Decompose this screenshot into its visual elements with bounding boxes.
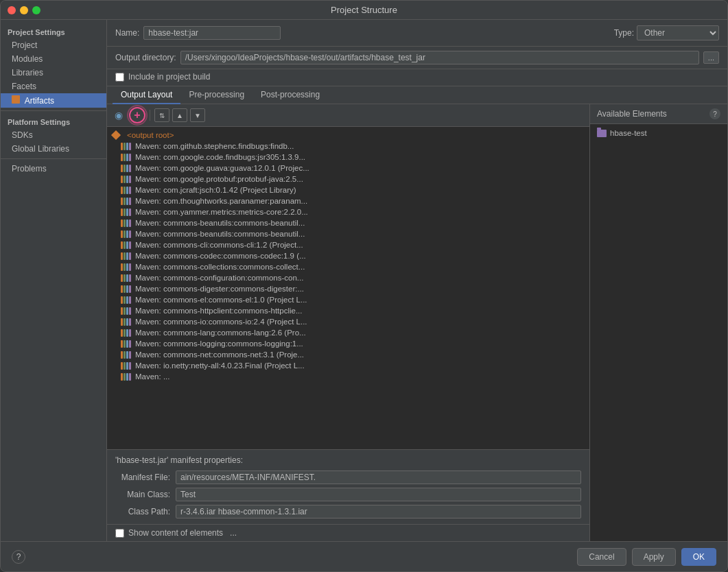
sidebar-item-facets-label: Facets: [12, 82, 36, 91]
tree-item-maven-11[interactable]: Maven: commons-collections:commons-colle…: [107, 261, 589, 272]
manifest-file-input[interactable]: [176, 470, 581, 484]
available-elements-title: Available Elements: [597, 109, 667, 119]
sidebar-item-facets[interactable]: Facets: [1, 80, 106, 93]
tab-post-processing-label: Post-processing: [261, 90, 320, 99]
show-content-label: Show content of elements: [128, 528, 223, 538]
main-class-row: Main Class:: [115, 488, 581, 501]
tree-item-maven-18[interactable]: Maven: commons-logging:commons-logging:1…: [107, 338, 589, 349]
browse-button[interactable]: ...: [703, 51, 719, 64]
tree-item-maven-10[interactable]: Maven: commons-codec:commons-codec:1.9 (…: [107, 250, 589, 261]
tree-item-output-root[interactable]: <output root>: [107, 130, 589, 141]
tree-item-maven-6[interactable]: Maven: com.yammer.metrics:metrics-core:2…: [107, 206, 589, 217]
include-checkbox[interactable]: [115, 73, 124, 82]
sidebar-item-modules[interactable]: Modules: [1, 52, 106, 66]
class-path-label: Class Path:: [115, 507, 170, 516]
type-label: Type:: [614, 28, 634, 38]
main-class-label: Main Class:: [115, 490, 170, 499]
sidebar-item-project[interactable]: Project: [1, 38, 106, 52]
sidebar-item-global-libraries[interactable]: Global Libraries: [1, 142, 106, 156]
tree-item-maven-13[interactable]: Maven: commons-digester:commons-digester…: [107, 283, 589, 294]
main-class-input[interactable]: [176, 488, 581, 501]
sort-button[interactable]: ⇅: [154, 108, 169, 122]
help-button[interactable]: ?: [12, 550, 25, 564]
tree-item-maven-0[interactable]: Maven: com.github.stephenc.findbugs:find…: [107, 141, 589, 152]
tree-item-maven-7[interactable]: Maven: commons-beanutils:commons-beanuti…: [107, 217, 589, 228]
tree-item-maven-8[interactable]: Maven: commons-beanutils:commons-beanuti…: [107, 228, 589, 239]
manifest-file-row: Manifest File:: [115, 470, 581, 484]
maven-bar-icon: [121, 318, 132, 326]
name-label: Name:: [115, 28, 139, 38]
manifest-section: 'hbase-test.jar' manifest properties: Ma…: [107, 449, 589, 524]
tab-post-processing[interactable]: Post-processing: [253, 86, 328, 104]
available-item-label: hbase-test: [610, 129, 647, 137]
output-dir-row: Output directory: ...: [107, 47, 727, 69]
tree-item-maven-20[interactable]: Maven: io.netty:netty-all:4.0.23.Final (…: [107, 360, 589, 371]
available-elements-panel: Available Elements ? hbase-test: [590, 104, 727, 541]
tree-item-maven-5[interactable]: Maven: com.thoughtworks.paranamer:parana…: [107, 195, 589, 206]
available-elements-header: Available Elements ?: [590, 104, 727, 124]
sidebar-item-sdks-label: SDKs: [12, 130, 33, 140]
tree-item-maven-14[interactable]: Maven: commons-el:commons-el:1.0 (Projec…: [107, 294, 589, 305]
add-element-button[interactable]: +: [129, 107, 145, 123]
maven-bar-icon: [121, 263, 132, 271]
available-help-button[interactable]: ?: [709, 108, 720, 119]
tree-item-maven-21[interactable]: Maven: ...: [107, 371, 589, 382]
artifact-tree-panel: ◉ + ⇅ ▲ ▼ <output root>: [107, 104, 590, 541]
tab-output-layout[interactable]: Output Layout: [113, 86, 180, 104]
sidebar-item-problems[interactable]: Problems: [1, 162, 106, 176]
close-button[interactable]: [8, 6, 16, 14]
type-select[interactable]: Other: [637, 25, 719, 40]
output-dir-input[interactable]: [180, 51, 699, 64]
name-type-row: Name: Type: Other: [107, 20, 727, 47]
minimize-button[interactable]: [20, 6, 28, 14]
tree-item-maven-12[interactable]: Maven: commons-configuration:commons-con…: [107, 272, 589, 283]
sidebar-item-global-libraries-label: Global Libraries: [12, 144, 69, 154]
artifact-icon: [12, 95, 20, 104]
sidebar-divider-2: [1, 158, 106, 159]
down-button[interactable]: ▼: [190, 108, 205, 122]
available-elements-list: hbase-test: [590, 124, 727, 541]
cancel-button[interactable]: Cancel: [577, 548, 626, 566]
class-path-input[interactable]: [176, 505, 581, 519]
output-root-icon: [113, 132, 124, 139]
sidebar-item-sdks[interactable]: SDKs: [1, 128, 106, 142]
tab-pre-processing[interactable]: Pre-processing: [180, 86, 253, 104]
sidebar-item-modules-label: Modules: [12, 54, 43, 64]
output-dir-label: Output directory:: [115, 53, 176, 62]
sidebar-item-project-label: Project: [12, 40, 37, 50]
tree-item-maven-4[interactable]: Maven: com.jcraft:jsch:0.1.42 (Project L…: [107, 184, 589, 195]
sidebar-item-artifacts[interactable]: Artifacts: [1, 93, 106, 108]
tree-item-maven-16[interactable]: Maven: commons-io:commons-io:2.4 (Projec…: [107, 316, 589, 327]
maven-bar-icon: [121, 329, 132, 337]
maven-bar-icon: [121, 274, 132, 282]
project-settings-header: Project Settings: [1, 24, 106, 38]
tree-item-maven-15[interactable]: Maven: commons-httpclient:commons-httpcl…: [107, 305, 589, 316]
tree-item-maven-2[interactable]: Maven: com.google.guava:guava:12.0.1 (Pr…: [107, 163, 589, 174]
show-content-checkbox[interactable]: [115, 529, 124, 538]
maven-bar-icon: [121, 252, 132, 260]
maximize-button[interactable]: [32, 6, 40, 14]
manifest-title: 'hbase-test.jar' manifest properties:: [115, 455, 581, 465]
maven-bar-icon: [121, 351, 132, 359]
maven-bar-icon: [121, 176, 132, 183]
tree-item-maven-1[interactable]: Maven: com.google.code.findbugs:jsr305:1…: [107, 152, 589, 163]
window-controls: [8, 6, 40, 14]
up-button[interactable]: ▲: [172, 108, 187, 122]
tree-icon-btn[interactable]: ◉: [111, 108, 126, 122]
toolbar-sep-1: [150, 110, 150, 121]
folder-icon: [597, 130, 607, 137]
tree-item-maven-19[interactable]: Maven: commons-net:commons-net:3.1 (Proj…: [107, 349, 589, 360]
sidebar-divider-1: [1, 110, 106, 111]
tree-item-maven-9[interactable]: Maven: commons-cli:commons-cli:1.2 (Proj…: [107, 239, 589, 250]
ok-button[interactable]: OK: [681, 548, 716, 566]
name-input[interactable]: [143, 26, 281, 40]
maven-bar-icon: [121, 143, 132, 150]
sidebar-item-libraries[interactable]: Libraries: [1, 66, 106, 80]
artifact-tree-list: <output root> Maven: com.github.stephenc…: [107, 127, 589, 449]
tab-output-layout-label: Output Layout: [121, 90, 172, 99]
available-item-hbase-test[interactable]: hbase-test: [590, 127, 727, 139]
tree-item-maven-17[interactable]: Maven: commons-lang:commons-lang:2.6 (Pr…: [107, 327, 589, 338]
apply-button[interactable]: Apply: [632, 548, 676, 566]
platform-settings-header: Platform Settings: [1, 114, 106, 128]
tree-item-maven-3[interactable]: Maven: com.google.protobuf:protobuf-java…: [107, 174, 589, 184]
